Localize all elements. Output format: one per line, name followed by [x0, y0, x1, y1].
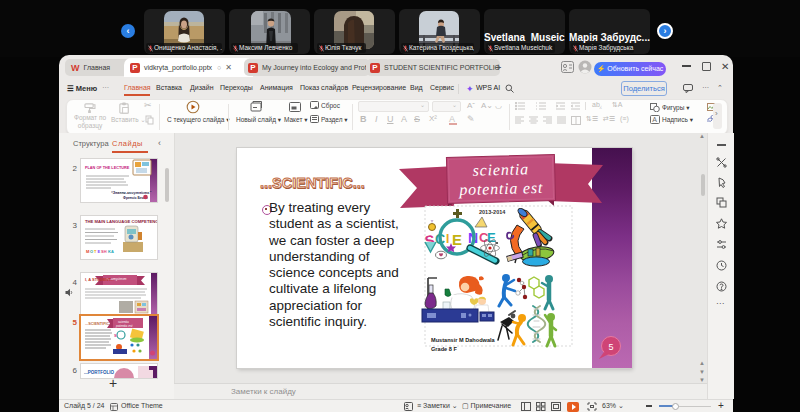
svg-text:potentia est: potentia est [458, 179, 543, 199]
svg-text:potentia est: potentia est [115, 324, 133, 328]
svg-text:PLAN OF THE LECTURE: PLAN OF THE LECTURE [85, 166, 130, 170]
svg-text:S: S [114, 333, 117, 338]
svg-text:...SCIENTIFIC...: ...SCIENTIFIC... [85, 322, 112, 326]
svg-text:A: A [652, 116, 657, 123]
svg-text:“Знання-могутність”: “Знання-могутність” [111, 191, 151, 195]
svg-text:O: O [90, 249, 93, 254]
svg-text:SH: SH [101, 249, 107, 254]
svg-text:I, A STUDENT...: I, A STUDENT... [85, 277, 114, 282]
svg-text:Mustansir M Dahodwala: Mustansir M Dahodwala [431, 337, 496, 343]
svg-text:Grade 8 F: Grade 8 F [431, 346, 457, 352]
svg-text:E: E [487, 230, 496, 245]
svg-text:scientia: scientia [472, 160, 529, 178]
svg-text:THE MAIN LANGUAGE COMPETENCIES: THE MAIN LANGUAGE COMPETENCIES [85, 219, 157, 224]
svg-text:KA: KA [108, 249, 114, 254]
svg-text:E: E [452, 231, 462, 248]
svg-text:5: 5 [608, 342, 613, 352]
svg-text:2013-2014: 2013-2014 [479, 209, 506, 215]
svg-text:I: I [446, 232, 449, 246]
